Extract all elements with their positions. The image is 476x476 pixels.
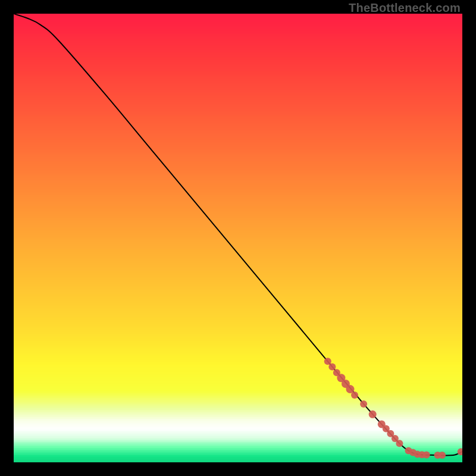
chart-frame: TheBottleneck.com	[0, 0, 476, 476]
curve-layer	[14, 14, 462, 462]
highlight-point	[328, 363, 336, 370]
highlight-point	[423, 452, 430, 459]
bottleneck-curve	[14, 14, 462, 455]
highlight-point	[439, 452, 446, 459]
plot-area	[14, 14, 462, 462]
attribution-text: TheBottleneck.com	[349, 1, 461, 15]
highlight-point	[396, 440, 403, 447]
highlight-point	[369, 411, 377, 418]
highlight-point	[360, 400, 367, 408]
highlight-point	[351, 392, 358, 399]
